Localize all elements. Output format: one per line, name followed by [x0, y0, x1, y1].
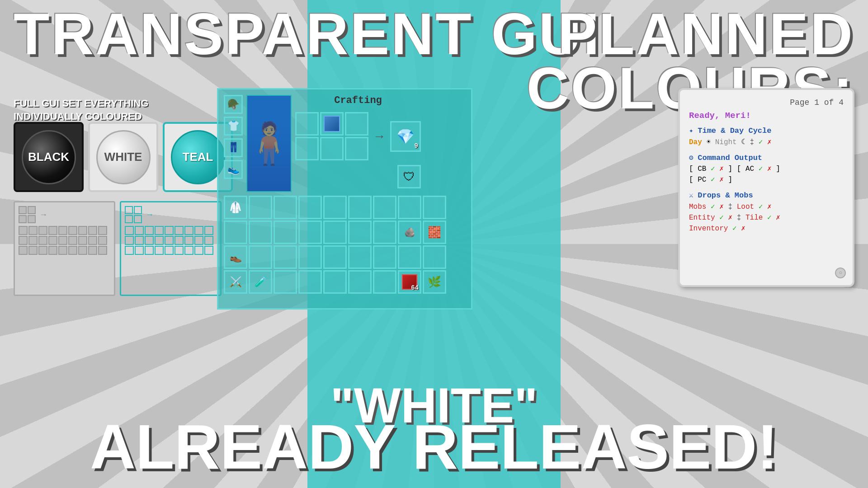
inv-slot-r3-c2[interactable] — [249, 245, 272, 269]
inv-slot-r1-c6[interactable] — [348, 196, 372, 219]
inv-slot-r1-c3[interactable] — [274, 196, 297, 219]
command-title-row: ⚙ Command Output — [689, 152, 844, 164]
inv-slot-r1-c9[interactable] — [423, 196, 446, 219]
white-button[interactable]: WHITE — [96, 130, 151, 184]
inv-slot-r3-c6[interactable] — [348, 245, 372, 269]
craft-slot-5[interactable] — [320, 137, 344, 160]
loot-x: ✗ — [767, 203, 772, 211]
t-cell-3 — [145, 226, 154, 235]
inv-slot-r1-c2[interactable] — [249, 196, 272, 219]
inv-slot-r4-c9[interactable]: 🌿 — [423, 270, 446, 294]
inv-slot-r4-c1[interactable]: ⚔️ — [224, 270, 247, 294]
inv-slot-r4-c2[interactable]: 🧪 — [249, 270, 272, 294]
stone-icon: 🪨 — [404, 227, 415, 238]
command-output-section: ⚙ Command Output [ CB ✓ ✗ ] [ AC ✓ ✗ ] [… — [689, 152, 844, 186]
day-text: Day — [689, 138, 702, 146]
inv-slot-r2-c8[interactable]: 🪨 — [398, 221, 421, 244]
plant-icon: 🌿 — [428, 276, 441, 288]
blue-block-item — [324, 116, 340, 132]
inv-slot-r2-c9[interactable]: 🧱 — [423, 221, 446, 244]
inv-slot-r1-c8[interactable] — [398, 196, 421, 219]
panel-scroll-button[interactable]: ○ — [835, 267, 846, 278]
mobs-check: ✓ — [711, 203, 715, 211]
w-cell-11 — [28, 236, 38, 245]
t-cell-24 — [175, 246, 184, 255]
t-cell-20 — [135, 246, 144, 255]
craft-slot-4[interactable] — [295, 137, 319, 160]
inv-slot-r1-c5[interactable] — [323, 196, 347, 219]
white-button-container[interactable]: WHITE — [88, 122, 158, 192]
tile-text: Tile — [745, 214, 767, 222]
inv-slot-r4-c3[interactable] — [274, 270, 297, 294]
time-day-detail: Day ☀ Night ☾ ‡ ✓ ✗ — [689, 137, 844, 148]
black-button-container[interactable]: BLACK — [14, 122, 84, 192]
inv-slot-r4-c8[interactable]: 64 — [398, 270, 421, 294]
t-cell-18 — [204, 236, 213, 245]
subtitle-line2: INDIVIDUALLY COLOURED — [14, 110, 148, 123]
craft-output-slot[interactable]: 💎 9 — [390, 121, 421, 152]
t-cell-17 — [194, 236, 203, 245]
teal-small-cell-2 — [134, 206, 142, 214]
craft-slot-1[interactable] — [295, 112, 319, 136]
info-panel: Page 1 of 4 Ready, Meri! ✦ Time & Day Cy… — [678, 88, 854, 287]
w-cell-13 — [48, 236, 57, 245]
inv-slot-r1-c1[interactable]: 🥼 — [224, 196, 247, 219]
inv-slot-r2-c3[interactable] — [274, 221, 297, 244]
inv-slot-r3-c4[interactable] — [298, 245, 322, 269]
inv-slot-r2-c1[interactable] — [224, 221, 247, 244]
pc-x: ✗ — [719, 176, 724, 184]
inv-slot-r2-c4[interactable] — [298, 221, 322, 244]
t-cell-27 — [204, 246, 213, 255]
entity-dagger: ‡ — [737, 214, 745, 222]
player-model: 🧍 — [246, 95, 292, 192]
leggings-slot[interactable]: 👖 — [224, 138, 243, 157]
greeting-ready: Ready, — [689, 111, 725, 121]
black-button[interactable]: BLACK — [22, 130, 76, 184]
inv-slot-r3-c8[interactable] — [398, 245, 421, 269]
inv-slot-r4-c4[interactable] — [298, 270, 322, 294]
loot-text: Loot — [737, 203, 759, 211]
shield-slot[interactable]: 🛡 — [397, 165, 421, 188]
color-buttons-row: BLACK WHITE TEAL — [14, 122, 233, 192]
w-cell-15 — [68, 236, 77, 245]
inv-slot-r3-c7[interactable] — [373, 245, 396, 269]
crafting-grid — [295, 112, 368, 160]
inv-slot-r4-c5[interactable] — [323, 270, 347, 294]
command-output-label: Command Output — [698, 154, 762, 162]
white-small-cell-1 — [19, 206, 27, 214]
t-cell-7 — [184, 226, 193, 235]
t-cell-12 — [145, 236, 154, 245]
inv-slot-r4-c6[interactable] — [348, 270, 372, 294]
chestplate-slot[interactable]: 👕 — [224, 117, 243, 136]
craft-slot-2[interactable] — [320, 112, 344, 136]
diamond-count: 9 — [415, 142, 418, 150]
drops-icon: ⚔ — [689, 192, 698, 200]
shield-icon: 🛡 — [403, 170, 415, 184]
w-cell-9 — [98, 226, 107, 235]
furnace-icon: 🧱 — [428, 226, 441, 239]
inv-slot-r3-c9[interactable] — [423, 245, 446, 269]
inv-slot-r1-c4[interactable] — [298, 196, 322, 219]
boots-slot[interactable]: 👟 — [224, 160, 243, 179]
w-cell-22 — [48, 246, 57, 255]
inv-slot-r3-c3[interactable] — [274, 245, 297, 269]
inv-slot-r2-c2[interactable] — [249, 221, 272, 244]
tile-check: ✓ — [767, 214, 772, 222]
inv-slot-r3-c5[interactable] — [323, 245, 347, 269]
inv-slot-r2-c5[interactable] — [323, 221, 347, 244]
inv-slot-r2-c7[interactable] — [373, 221, 396, 244]
helmet-icon: 🪖 — [227, 99, 240, 110]
w-cell-7 — [78, 226, 87, 235]
t-cell-8 — [194, 226, 203, 235]
inv-slot-r3-c1[interactable]: 👞 — [224, 245, 247, 269]
craft-slot-3[interactable] — [345, 112, 368, 136]
sword-icon: ⚔️ — [230, 276, 242, 288]
t-cell-25 — [184, 246, 193, 255]
inv-slot-r1-c7[interactable] — [373, 196, 396, 219]
scroll-icon: ○ — [839, 270, 842, 276]
craft-slot-6[interactable] — [345, 137, 368, 160]
inv-slot-r2-c6[interactable] — [348, 221, 372, 244]
inv-slot-r4-c7[interactable] — [373, 270, 396, 294]
helmet-slot[interactable]: 🪖 — [224, 95, 243, 114]
player-figure-icon: 🧍 — [246, 120, 292, 167]
